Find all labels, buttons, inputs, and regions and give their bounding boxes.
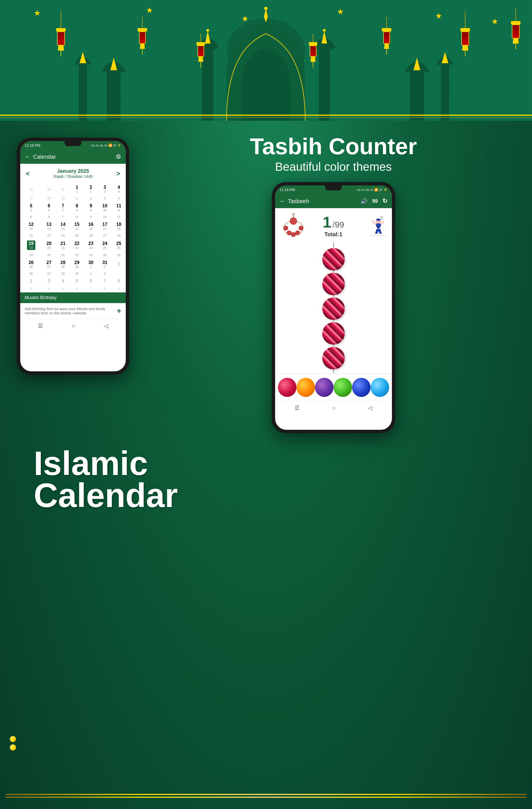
next-month-button[interactable]: > — [116, 170, 120, 177]
color-orange[interactable] — [297, 378, 315, 397]
count-display: 99 — [372, 198, 377, 204]
calendar-row-3: 55 66 77 88 99 1010 1111 — [20, 202, 126, 213]
star-decoration-3: ★ — [242, 14, 248, 23]
count-of: /99 — [332, 220, 344, 229]
gold-dot-1 — [10, 736, 16, 742]
menu-nav-icon-tasbeeh[interactable]: ☰ — [295, 404, 300, 411]
tasbeeh-header-icons: 🔊 99 ↻ — [360, 197, 387, 205]
color-purple[interactable] — [315, 378, 334, 397]
total-count: Total:1 — [323, 231, 344, 238]
sound-icon[interactable]: 🔊 — [360, 198, 368, 205]
svg-point-10 — [323, 29, 326, 32]
svg-point-4 — [264, 7, 268, 10]
status-icons-right: Vo4GVo4G 📶37⚡ — [357, 188, 387, 192]
back-button-calendar[interactable]: ← — [25, 153, 31, 160]
tasbeeh-title: Tasbeeh — [288, 198, 309, 205]
back-nav-icon[interactable]: ◁ — [104, 323, 108, 329]
color-blue[interactable] — [352, 378, 371, 397]
svg-point-22 — [291, 232, 296, 237]
calendar-row-4: 5 6 7 8 9 10 11 — [20, 213, 126, 220]
gold-dots-decoration — [10, 734, 16, 753]
count-number-display: 1 /99 — [323, 213, 344, 231]
calendar-row-5: 1212 1313 1414 1515 1616 1717 1818 — [20, 220, 126, 232]
svg-point-24 — [284, 226, 288, 230]
menu-nav-icon[interactable]: ☰ — [38, 323, 43, 329]
phone-notch-left — [65, 141, 82, 146]
islamic-text-line1: Islamic — [34, 447, 178, 479]
islamic-calendar-text: Islamic Calendar — [34, 447, 178, 511]
star-decoration-6: ★ — [491, 17, 498, 26]
add-birthday-button[interactable]: + — [117, 307, 121, 315]
tasbih-counter-section: Tasbih Counter Beautiful color themes — [250, 132, 417, 174]
color-lightblue[interactable] — [371, 378, 389, 397]
beads-area[interactable] — [275, 242, 392, 373]
calendar-row-8: 19 20 21 22 23 24 25 — [20, 252, 126, 258]
prayer-beads-image — [281, 213, 306, 238]
counter-display: 1 /99 Total:1 — [323, 213, 344, 238]
color-green[interactable] — [334, 378, 352, 397]
calendar-row-10: 26 27 28 29 1 2 — [20, 270, 126, 277]
calendar-row-9: 2626 2727 2828 2929 301 312 1 — [20, 258, 126, 270]
calendar-row-12: 3 4 5 6 7 8 9 — [20, 286, 126, 292]
star-decoration-1: ★ — [34, 8, 41, 18]
gold-border-bottom-1 — [6, 797, 526, 798]
lantern-6 — [460, 11, 470, 56]
calendar-month-display: January 2025 Rajab / Shaaban 1446 — [53, 168, 92, 179]
month-name: January 2025 — [53, 168, 92, 174]
home-nav-icon-tasbeeh[interactable]: ○ — [332, 405, 336, 411]
svg-rect-12 — [107, 67, 121, 121]
calendar-row-7: 19 19 2020 2121 2222 2323 2424 2525 — [20, 239, 126, 252]
tasbeeh-header: ← Tasbeeh 🔊 99 ↻ — [275, 194, 392, 208]
bead-1 — [322, 248, 345, 271]
settings-icon[interactable]: ⚙ — [116, 153, 121, 160]
time-left: 11:18 PM — [25, 143, 40, 148]
gold-border-bottom-2 — [6, 794, 526, 795]
hijri-month: Rajab / Shaaban 1446 — [53, 174, 92, 179]
gold-dot-2 — [10, 744, 16, 751]
nav-bar-tasbeeh: ☰ ○ ◁ — [275, 401, 392, 415]
svg-rect-11 — [78, 62, 87, 121]
prev-month-button[interactable]: < — [26, 170, 30, 177]
back-nav-icon-tasbeeh[interactable]: ◁ — [368, 404, 372, 411]
color-pink[interactable] — [278, 378, 297, 397]
calendar-row-6: 12 13 14 15 16 17 18 — [20, 232, 126, 239]
calendar-phone: 11:18 PM Vo4GVo4G 📶37⚡ ← Calendar ⚙ — [17, 138, 129, 375]
calendar-grid: 29 30 31 11 22 33 44 27 28 29 1 — [20, 183, 126, 292]
status-icons-left: Vo4GVo4G 📶37⚡ — [91, 143, 121, 147]
birthday-description: Add Birthday find out were your friends … — [25, 307, 117, 315]
svg-line-26 — [292, 213, 294, 215]
birthday-header: Muslim Birthday — [20, 292, 126, 303]
tasbih-counter-subtitle: Beautiful color themes — [250, 160, 417, 174]
calendar-row-1: 29 30 31 11 22 33 44 — [20, 183, 126, 195]
current-count: 1 — [323, 213, 331, 231]
bead-4 — [322, 322, 345, 345]
refresh-icon[interactable]: ↻ — [383, 197, 387, 205]
svg-point-23 — [287, 230, 291, 235]
nav-bar-calendar: ☰ ○ ◁ — [20, 319, 126, 332]
star-decoration-5: ★ — [435, 11, 442, 20]
birthday-section: Muslim Birthday Add Birthday find out we… — [20, 292, 126, 319]
lantern-1 — [56, 11, 66, 56]
svg-rect-9 — [316, 44, 333, 49]
islamic-text-line2: Calendar — [34, 479, 178, 511]
tasbih-counter-title: Tasbih Counter — [250, 135, 417, 158]
home-nav-icon[interactable]: ○ — [72, 323, 75, 329]
back-button-tasbeeh[interactable]: ← — [280, 197, 286, 205]
star-decoration-2: ★ — [146, 6, 153, 15]
svg-rect-13 — [441, 62, 449, 121]
svg-point-7 — [206, 29, 209, 32]
counter-area: 1 /99 Total:1 — [275, 208, 392, 242]
birthday-title: Muslim Birthday — [25, 295, 57, 300]
calendar-row-2: 27 28 29 1 2 3 4 — [20, 195, 126, 202]
lantern-3 — [196, 34, 205, 67]
calendar-header: ← Calendar ⚙ — [20, 150, 126, 164]
bead-3 — [322, 297, 345, 320]
bead-2 — [322, 273, 345, 295]
praying-person-image — [361, 213, 386, 238]
star-decoration-4: ★ — [337, 7, 344, 16]
bottom-section: Islamic Calendar — [0, 442, 532, 545]
svg-point-20 — [299, 226, 303, 230]
svg-point-21 — [295, 230, 300, 235]
svg-rect-8 — [319, 45, 330, 121]
mosque-decoration — [0, 0, 532, 121]
